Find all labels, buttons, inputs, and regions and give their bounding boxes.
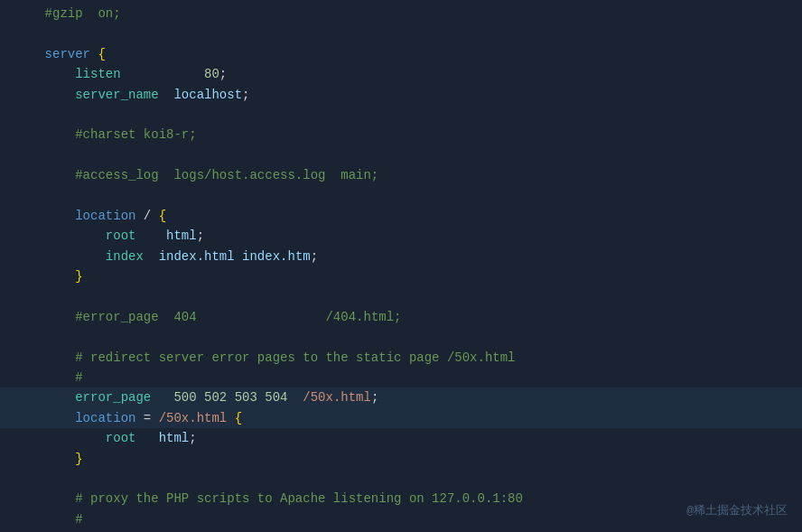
code-line: #gzip on;: [0, 4, 802, 23]
code-line: [0, 23, 802, 43]
code-line: # proxy the PHP scripts to Apache listen…: [0, 489, 802, 509]
code-line: index index.html index.htm;: [0, 247, 802, 266]
code-line: [0, 186, 802, 206]
code-line: root html;: [0, 226, 802, 246]
code-line: [0, 145, 802, 165]
watermark-text: @稀土掘金技术社区: [686, 502, 788, 521]
code-line: #: [0, 368, 802, 387]
code-line: #access_log logs/host.access.log main;: [0, 165, 802, 185]
code-line: [0, 327, 802, 347]
code-line: server_name localhost;: [0, 85, 802, 105]
code-line: [0, 469, 802, 489]
code-line: location / {: [0, 206, 802, 226]
code-line: #error_page 404 /404.html;: [0, 307, 802, 327]
code-line: listen 80;: [0, 64, 802, 84]
code-line: error_page 500 502 503 504 /50x.html;: [0, 387, 802, 407]
code-editor: #gzip on; server { listen 80; server_nam…: [0, 0, 802, 532]
code-line: [0, 105, 802, 125]
code-line: }: [0, 266, 802, 286]
code-line: #: [0, 509, 802, 529]
code-line: location = /50x.html {: [0, 408, 802, 428]
code-line: [0, 286, 802, 306]
code-line: # redirect server error pages to the sta…: [0, 348, 802, 368]
code-line: server {: [0, 44, 802, 64]
code-line: root html;: [0, 428, 802, 448]
code-line: }: [0, 449, 802, 469]
code-line: #charset koi8-r;: [0, 125, 802, 145]
